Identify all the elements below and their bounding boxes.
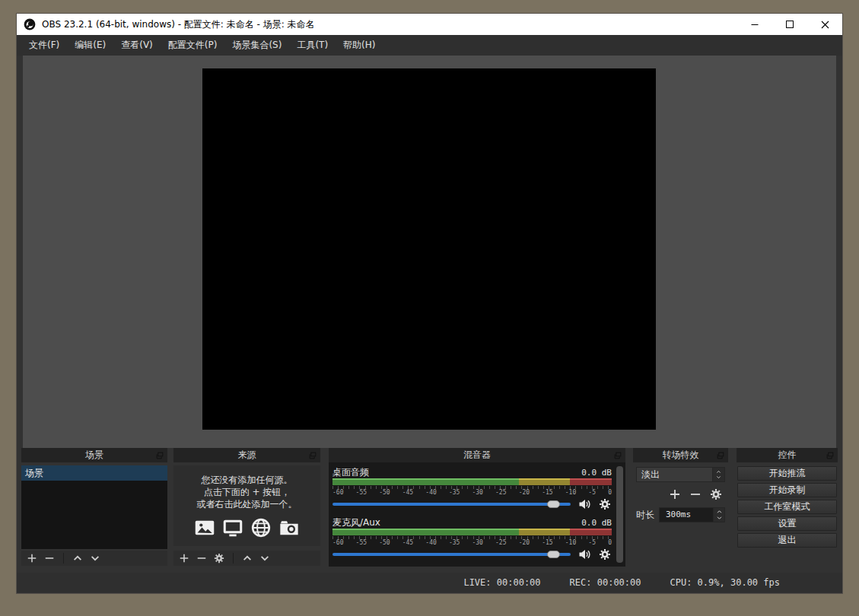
desktop-background: OBS 23.2.1 (64-bit, windows) - 配置文件: 未命名… xyxy=(0,0,859,616)
float-panel-icon[interactable] xyxy=(308,451,317,460)
tick-label: -45 xyxy=(402,489,413,496)
title-bar: OBS 23.2.1 (64-bit, windows) - 配置文件: 未命名… xyxy=(17,14,842,35)
menu-scene-collection[interactable]: 场景集合(S) xyxy=(224,35,289,56)
add-source-button[interactable] xyxy=(178,552,190,564)
move-scene-down-button[interactable] xyxy=(89,552,101,564)
duration-label: 时长 xyxy=(636,509,654,522)
plus-icon xyxy=(27,553,37,564)
toolbar-divider xyxy=(233,553,234,564)
mixer-scrollbar[interactable] xyxy=(616,466,623,563)
menu-profile[interactable]: 配置文件(P) xyxy=(161,35,225,56)
tick-label: -20 xyxy=(519,489,530,496)
studio-mode-button[interactable]: 工作室模式 xyxy=(737,500,837,514)
move-scene-up-button[interactable] xyxy=(72,552,84,564)
sources-empty-state[interactable]: 您还没有添加任何源。 点击下面的 + 按钮， 或者右击此处添加一个。 xyxy=(173,465,320,546)
volume-slider[interactable] xyxy=(332,548,571,561)
status-bar: LIVE: 00:00:00 REC: 00:00:00 CPU: 0.9%, … xyxy=(17,573,842,592)
scene-list[interactable]: 场景 xyxy=(21,465,167,549)
transitions-panel-header[interactable]: 转场特效 xyxy=(633,448,728,462)
scenes-panel-header[interactable]: 场景 xyxy=(21,448,167,462)
tick-label: -35 xyxy=(449,539,460,546)
remove-source-button[interactable] xyxy=(196,552,208,564)
mixer-channel-desktop-audio: 桌面音频 0.0 dB -60-55-50-45-40-35-30-25-20-… xyxy=(332,466,612,511)
toolbar-divider xyxy=(63,553,64,564)
mute-toggle-button[interactable] xyxy=(577,548,591,561)
source-properties-button[interactable] xyxy=(213,552,225,564)
menu-file[interactable]: 文件(F) xyxy=(21,35,67,56)
start-recording-button[interactable]: 开始录制 xyxy=(737,483,837,497)
tick-label: -15 xyxy=(542,539,552,546)
transitions-body: 淡出 时长 300ms xyxy=(633,462,728,567)
meter-green-segment xyxy=(332,529,519,535)
meter-scale-labels: -60-55-50-45-40-35-30-25-20-15-10-50 xyxy=(332,489,612,496)
menu-tools[interactable]: 工具(T) xyxy=(289,35,336,56)
duration-spinbox[interactable]: 300ms xyxy=(659,507,725,522)
duration-spinner[interactable] xyxy=(714,507,725,522)
tick-label: -30 xyxy=(472,489,482,496)
cpu-fps-stats: CPU: 0.9%, 30.00 fps xyxy=(670,577,781,588)
settings-button[interactable]: 设置 xyxy=(737,516,837,531)
start-streaming-button[interactable]: 开始推流 xyxy=(737,466,837,481)
minimize-button[interactable] xyxy=(737,14,772,35)
audio-settings-button[interactable] xyxy=(598,548,612,561)
controls-panel-header[interactable]: 控件 xyxy=(737,448,838,462)
sources-panel-header[interactable]: 来源 xyxy=(173,448,320,462)
tick-label: -5 xyxy=(588,539,596,546)
controls-panel-title: 控件 xyxy=(778,449,797,462)
scenes-panel: 场景 场景 xyxy=(21,448,167,567)
controls-body: 开始推流 开始录制 工作室模式 设置 退出 xyxy=(737,462,838,567)
preview-canvas[interactable] xyxy=(23,56,836,448)
rec-time: REC: 00:00:00 xyxy=(570,577,641,588)
duration-value[interactable]: 300ms xyxy=(659,507,714,522)
obs-window: OBS 23.2.1 (64-bit, windows) - 配置文件: 未命名… xyxy=(17,14,842,593)
window-title: OBS 23.2.1 (64-bit, windows) - 配置文件: 未命名… xyxy=(42,18,737,31)
maximize-button[interactable] xyxy=(772,14,807,35)
tick-label: -50 xyxy=(379,539,390,546)
transition-selected-value: 淡出 xyxy=(636,467,713,482)
chevron-up-icon xyxy=(716,509,723,515)
tick-label: 0 xyxy=(608,539,612,546)
remove-transition-button[interactable] xyxy=(689,488,702,500)
add-scene-button[interactable] xyxy=(26,552,38,564)
mixer-panel-header[interactable]: 混音器 xyxy=(329,448,625,462)
volume-slider[interactable] xyxy=(332,497,571,511)
gear-icon xyxy=(599,498,611,510)
transition-properties-button[interactable] xyxy=(710,488,722,500)
menu-edit[interactable]: 编辑(E) xyxy=(67,35,113,56)
mixer-panel-title: 混音器 xyxy=(463,449,491,462)
maximize-icon xyxy=(785,20,794,29)
tick-label: -5 xyxy=(588,489,596,496)
float-panel-icon[interactable] xyxy=(826,451,835,460)
tick-label: -55 xyxy=(356,489,367,496)
slider-handle[interactable] xyxy=(547,551,560,558)
main-area: 场景 场景 来源 xyxy=(17,56,842,593)
slider-handle[interactable] xyxy=(547,500,560,508)
plus-icon xyxy=(179,553,189,564)
close-button[interactable] xyxy=(807,14,842,35)
audio-level-db: 0.0 dB xyxy=(581,518,612,528)
menu-view[interactable]: 查看(V) xyxy=(113,35,161,56)
remove-scene-button[interactable] xyxy=(43,552,56,564)
add-transition-button[interactable] xyxy=(669,488,681,500)
video-preview[interactable] xyxy=(202,68,656,430)
chevron-up-icon xyxy=(242,553,253,564)
transition-select[interactable]: 淡出 xyxy=(636,467,725,482)
mixer-channel-mic-aux: 麦克风/Aux 0.0 dB -60-55-50-45-40-35-30-25-… xyxy=(332,516,612,561)
move-source-up-button[interactable] xyxy=(241,552,253,564)
float-panel-icon[interactable] xyxy=(716,451,725,460)
slider-track xyxy=(332,553,571,556)
move-source-down-button[interactable] xyxy=(259,552,271,564)
tick-label: -25 xyxy=(495,489,506,496)
exit-button[interactable]: 退出 xyxy=(737,533,837,548)
menu-help[interactable]: 帮助(H) xyxy=(336,35,383,56)
float-panel-icon[interactable] xyxy=(613,451,622,460)
mute-toggle-button[interactable] xyxy=(577,497,591,511)
tick-label: -60 xyxy=(332,489,343,496)
scene-list-item[interactable]: 场景 xyxy=(21,465,167,481)
float-panel-icon[interactable] xyxy=(155,451,164,460)
sources-panel: 来源 您还没有添加任何源。 点击下面的 + 按钮， 或者右击此处添加一个。 xyxy=(173,448,320,567)
plus-icon xyxy=(669,488,681,500)
gear-icon xyxy=(599,548,611,560)
audio-settings-button[interactable] xyxy=(598,497,612,511)
combo-spinner[interactable] xyxy=(713,467,725,482)
